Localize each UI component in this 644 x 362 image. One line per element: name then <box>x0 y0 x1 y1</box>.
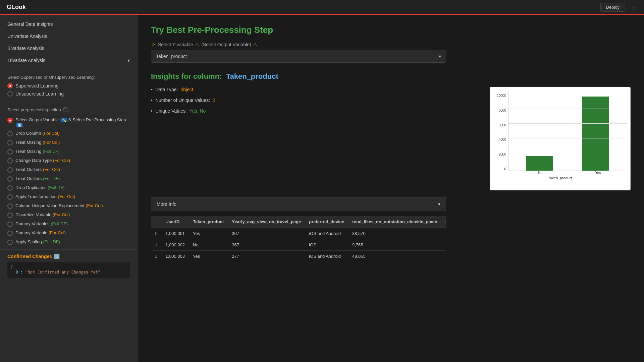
table-cell-idx-0: 0 <box>151 228 161 239</box>
table-cell-likes-1: 9,765 <box>348 239 441 251</box>
sidebar-item-general-data-insights[interactable]: General Data Insights <box>0 18 137 30</box>
table-cell-yearly-avg-2: 277 <box>228 251 305 262</box>
warning-icon-1: ⚠ <box>152 42 156 47</box>
preprocess-item-select-output[interactable]: Select Output Variable ✏️ & Select Pre-P… <box>7 116 130 129</box>
preprocess-item-col-unique-replace[interactable]: Column Unique Value Replacement (For Col… <box>7 201 130 210</box>
preprocess-item-treat-outliers-df[interactable]: Treat Outliers (Full DF) <box>7 174 130 183</box>
dropdown-arrow-icon: ▾ <box>439 54 441 59</box>
warning-icon-2: ⚠ <box>195 42 199 47</box>
sidebar-nav: General Data Insights Univariate Analysi… <box>0 15 137 70</box>
table-cell-device-0: iOS and Android <box>305 228 348 239</box>
sidebar-item-univariate[interactable]: Univariate Analysis <box>0 30 137 42</box>
preprocess-item-drop-duplicates[interactable]: Drop Duplicates (Full DF) <box>7 183 130 192</box>
preprocess-item-treat-outliers-col[interactable]: Treat Outliers (For Col) <box>7 165 130 174</box>
y-variable-dropdown[interactable]: Taken_product ▾ <box>151 50 446 63</box>
chart-y-axis: 10000 8000 6000 4000 2000 0 <box>493 90 508 171</box>
sidebar-item-trivariate[interactable]: Trivariate Analysis ▾ <box>0 54 137 66</box>
unique-count-insight: Number of Unique Values: 2 <box>151 98 480 103</box>
preprocess-radio-treat-outliers-df <box>7 176 13 182</box>
table-cell-device-1: iOS <box>305 239 348 251</box>
table-row: 0 1,000,001 Yes 307 iOS and Android 38,5… <box>151 228 446 239</box>
topbar: GLook Deploy ⋮ <box>0 0 644 15</box>
preprocess-radio-treat-missing-df <box>7 149 13 155</box>
chart-bars-area <box>508 90 627 171</box>
preprocess-radio-apply-scaling <box>7 240 13 245</box>
preprocess-radio-dummy-vars-df <box>7 222 13 227</box>
confirmed-changes-content: [ 0 : "Not Confirmed any Changes Yet" <box>7 262 130 278</box>
table-cell-taken-1: No <box>189 239 228 251</box>
supervised-learning-option[interactable]: Supervised Learning <box>7 83 130 88</box>
unique-count-value: 2 <box>213 98 215 103</box>
preprocess-radio-treat-outliers-col <box>7 167 13 173</box>
sidebar-item-bivariate[interactable]: Bivariate Analysis <box>0 42 137 54</box>
table-cell-likes-0: 38,570 <box>348 228 441 239</box>
chart-inner: 10000 8000 6000 4000 2000 0 <box>493 90 627 171</box>
table-cell-taken-2: Yes <box>189 251 228 262</box>
gridline-5 <box>508 153 627 153</box>
table-cell-device-2: iOS and Android <box>305 251 348 262</box>
col-header-total-likes: total_likes_on_outstation_checkin_given <box>348 216 441 228</box>
topbar-right: Deploy ⋮ <box>600 3 637 12</box>
table-header-row: UserID Taken_product Yearly_avg_view_on_… <box>151 216 446 228</box>
data-type-value: object <box>180 87 193 92</box>
confirmed-badge-icon: 🔢 <box>54 254 60 259</box>
preprocess-item-drop-col[interactable]: Drop Column (For Col) <box>7 129 130 138</box>
preprocess-radio-col-unique-replace <box>7 203 13 209</box>
chart-bar-yes <box>582 97 609 171</box>
table-cell-idx-1: 1 <box>151 239 161 251</box>
preprocess-radio-change-dtype <box>7 158 13 164</box>
confirmed-changes-section: Confirmed Changes 🔢 [ 0 : "Not Confirmed… <box>0 249 137 282</box>
sidebar: General Data Insights Univariate Analysi… <box>0 15 138 362</box>
col-header-idx <box>151 216 161 228</box>
col-header-taken-product: Taken_product <box>189 216 228 228</box>
table-cell-idx-2: 2 <box>151 251 161 262</box>
y-variable-label: ⚠ Select Y variable ⚠ (Select Output Var… <box>151 42 631 47</box>
chart-x-ticks: No Yes <box>493 171 627 175</box>
insights-layout: Data Type: object Number of Unique Value… <box>151 87 631 190</box>
preprocess-section: Select preprocessing action ? Select Out… <box>0 104 137 249</box>
insights-title: Insights for column: Taken_product <box>151 72 631 81</box>
chart-x-label-no: No <box>512 171 569 175</box>
more-info-button[interactable]: More Info ▾ <box>151 197 446 211</box>
gridline-3 <box>508 123 627 124</box>
table-cell-yearly-2 <box>441 251 446 262</box>
gridline-4 <box>508 138 627 138</box>
preprocess-radio-drop-duplicates <box>7 185 13 191</box>
preprocess-radio-dummy-var-col <box>7 231 13 236</box>
chart-bar-no-group <box>512 156 568 171</box>
preprocess-item-apply-transform[interactable]: Apply Transformation (For Col) <box>7 192 130 201</box>
chart-x-axis-title: Taken_product <box>493 176 627 180</box>
preprocess-item-dummy-vars-df[interactable]: Dummy Variables (Full DF) <box>7 220 130 229</box>
col-header-preferred-device: preferred_device <box>305 216 348 228</box>
app-logo: GLook <box>7 4 26 11</box>
deploy-button[interactable]: Deploy <box>600 3 625 12</box>
main-layout: General Data Insights Univariate Analysi… <box>0 15 644 362</box>
chart-bar-yes-group <box>568 97 624 171</box>
learning-section: Select Supervised or Unsupervised Learni… <box>0 70 137 104</box>
table-cell-userid-1: 1,000,002 <box>161 239 189 251</box>
unsupervised-learning-option[interactable]: Unsupervised Learning <box>7 91 130 97</box>
insights-list: Data Type: object Number of Unique Value… <box>151 87 480 190</box>
chart-x-label-yes: Yes <box>569 171 627 175</box>
preprocess-item-treat-missing-col[interactable]: Treat Missing (For Col) <box>7 138 130 147</box>
chart-bar-no <box>526 156 553 171</box>
preprocess-radio-apply-transform <box>7 194 13 200</box>
menu-dots-icon[interactable]: ⋮ <box>631 3 637 11</box>
preprocess-item-dummy-var-col[interactable]: Dummy Variable (For Col) <box>7 229 130 238</box>
table-cell-yearly-0 <box>441 228 446 239</box>
more-info-chevron-icon: ▾ <box>438 201 440 207</box>
preprocess-item-change-dtype[interactable]: Change Data Type (For Col) <box>7 156 130 165</box>
info-icon[interactable]: ? <box>63 107 68 112</box>
table-row: 2 1,000,003 Yes 277 iOS and Android 48,0… <box>151 251 446 262</box>
main-content: Try Best Pre-Processing Step ⚠ Select Y … <box>138 15 644 362</box>
table-cell-yearly-avg-0: 307 <box>228 228 305 239</box>
preprocess-item-apply-scaling[interactable]: Apply Scaling (Full DF) <box>7 238 130 247</box>
col-header-userid: UserID <box>161 216 189 228</box>
chart-wrapper: 10000 8000 6000 4000 2000 0 <box>493 90 627 180</box>
preprocess-item-treat-missing-df[interactable]: Treat Missing (Full DF) <box>7 147 130 156</box>
preprocess-section-title: Select preprocessing action ? <box>7 107 130 112</box>
warning-icon-3: ⚠ <box>253 42 257 47</box>
table-cell-likes-2: 48,055 <box>348 251 441 262</box>
chevron-down-icon: ▾ <box>127 58 130 63</box>
preprocess-item-discretize[interactable]: Discretize Variable (For Col) <box>7 210 130 220</box>
